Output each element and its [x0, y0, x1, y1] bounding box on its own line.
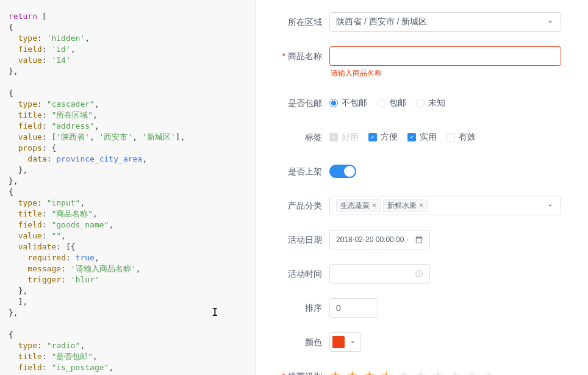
- calendar-icon: [415, 235, 423, 244]
- radio-dot-icon: [416, 99, 425, 107]
- radio-postage-1[interactable]: 包邮: [377, 98, 406, 109]
- label-region: 所在区域: [256, 12, 329, 32]
- star-7[interactable]: ★: [432, 370, 444, 375]
- checkbox-tag-3[interactable]: 有效: [446, 132, 476, 143]
- tag-remove-icon[interactable]: ×: [419, 201, 423, 210]
- label-tags: 标签: [256, 127, 329, 147]
- chevron-down-icon: [546, 201, 554, 210]
- category-tag-1: 新鲜水果×: [383, 199, 428, 212]
- star-5[interactable]: ★: [398, 370, 410, 375]
- clock-icon: [415, 270, 423, 278]
- label-postage: 是否包邮: [256, 93, 329, 113]
- error-goods-name: 请输入商品名称: [329, 68, 582, 79]
- time-picker[interactable]: [329, 264, 430, 284]
- number-sort-wrap: [329, 298, 378, 318]
- category-tag-0: 生态蔬菜×: [336, 199, 381, 212]
- radio-dot-icon: [329, 99, 338, 107]
- input-goods-name[interactable]: [336, 51, 554, 61]
- label-date: 活动日期: [256, 230, 329, 249]
- field-goods-name: *商品名称 请输入商品名称: [256, 46, 582, 79]
- color-picker[interactable]: [329, 332, 361, 352]
- date-picker[interactable]: 2018-02-20 00:00:00 -: [329, 230, 430, 249]
- label-rate: *推荐级别: [256, 366, 329, 375]
- label-on-shelf: 是否上架: [256, 162, 329, 181]
- star-4[interactable]: ★: [381, 370, 393, 375]
- field-sort: 排序: [256, 298, 582, 318]
- star-1[interactable]: ★: [329, 370, 342, 375]
- text-cursor-icon: I: [212, 307, 213, 318]
- switch-on-shelf[interactable]: [329, 165, 356, 178]
- label-category: 产品分类: [256, 196, 329, 215]
- field-region: 所在区域 陕西省 / 西安市 / 新城区: [256, 12, 582, 32]
- radio-label: 不包邮: [342, 98, 367, 109]
- field-postage: 是否包邮 不包邮包邮未知: [256, 93, 582, 113]
- label-sort: 排序: [256, 298, 329, 318]
- checkbox-label: 有效: [459, 132, 476, 143]
- label-goods-name: *商品名称: [256, 46, 329, 66]
- label-color: 颜色: [256, 332, 329, 352]
- checkbox-label: 实用: [420, 132, 437, 143]
- cascader-region[interactable]: 陕西省 / 西安市 / 新城区: [329, 12, 561, 32]
- select-category[interactable]: 生态蔬菜×新鲜水果×: [329, 196, 561, 215]
- star-2[interactable]: ★: [346, 370, 359, 375]
- tag-remove-icon[interactable]: ×: [372, 201, 376, 210]
- star-8[interactable]: ★: [449, 370, 461, 375]
- tag-label: 生态蔬菜: [340, 201, 370, 211]
- field-date: 活动日期 2018-02-20 00:00:00 -: [256, 230, 582, 249]
- chevron-down-icon: [348, 338, 357, 346]
- checkbox-tag-2[interactable]: 实用: [407, 132, 437, 143]
- radio-dot-icon: [377, 99, 385, 107]
- radio-label: 未知: [428, 98, 445, 109]
- code-panel: return [{ type: 'hidden', field: 'id', v…: [0, 0, 256, 375]
- field-tags: 标签 好用方便实用有效: [256, 127, 582, 147]
- star-10[interactable]: ★: [483, 370, 495, 375]
- radio-postage-2[interactable]: 未知: [416, 98, 445, 109]
- checkbox-box-icon: [446, 133, 455, 141]
- star-3[interactable]: ★: [364, 370, 376, 375]
- cascader-value: 陕西省 / 西安市 / 新城区: [336, 16, 427, 27]
- field-on-shelf: 是否上架: [256, 162, 582, 181]
- star-6[interactable]: ★: [415, 370, 427, 375]
- checkbox-label: 好用: [342, 132, 359, 143]
- field-rate: *推荐级别 ★★★★★★★★★★: [256, 366, 582, 375]
- color-swatch: [332, 336, 345, 348]
- field-color: 颜色: [256, 332, 582, 352]
- tag-label: 新鲜水果: [387, 201, 417, 211]
- star-9[interactable]: ★: [466, 370, 478, 375]
- field-category: 产品分类 生态蔬菜×新鲜水果×: [256, 196, 582, 215]
- chevron-down-icon: [546, 18, 554, 26]
- checkbox-box-icon: [368, 133, 377, 141]
- field-time: 活动时间: [256, 264, 582, 284]
- radio-label: 包邮: [389, 98, 406, 109]
- checkbox-tag-1[interactable]: 方便: [368, 132, 398, 143]
- date-value: 2018-02-20 00:00:00 -: [336, 235, 409, 244]
- checkbox-tag-0: 好用: [329, 132, 359, 143]
- radio-postage-0[interactable]: 不包邮: [329, 98, 367, 109]
- checkbox-label: 方便: [381, 132, 398, 143]
- form-panel: 所在区域 陕西省 / 西安市 / 新城区 *商品名称 请输入商品名称 是否包邮 …: [256, 0, 588, 375]
- checkbox-box-icon: [329, 133, 338, 141]
- input-goods-name-wrap: [329, 46, 561, 66]
- label-time: 活动时间: [256, 264, 329, 284]
- checkbox-box-icon: [407, 133, 416, 141]
- number-sort[interactable]: [336, 303, 443, 313]
